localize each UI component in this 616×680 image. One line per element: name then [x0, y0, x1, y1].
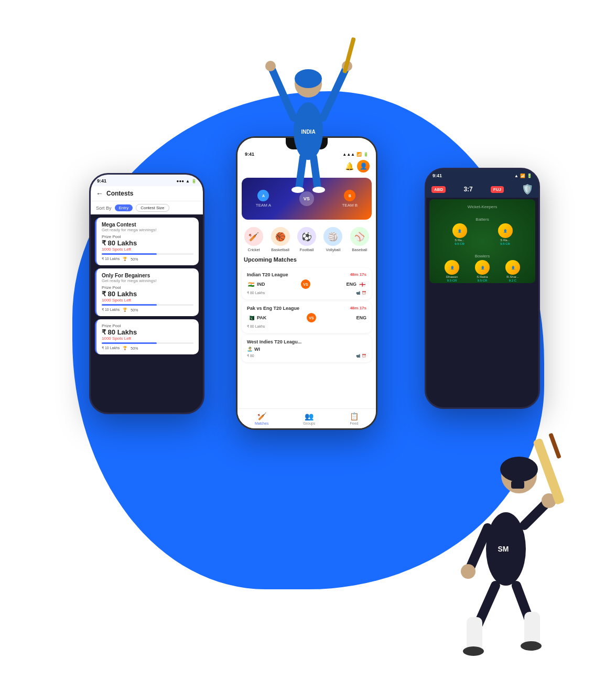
contest-card-1[interactable]: Mega Contest Get ready for mega winnings… [95, 218, 199, 265]
right-header: ABD 3:7 FUJ 🛡️ [426, 181, 538, 198]
center-player-figure: INDIA [256, 16, 361, 194]
teams-row-1: 🇮🇳 IND VS ENG 🏴󠁧󠁢󠁥󠁮󠁧󠁿 [247, 279, 366, 289]
spots-left-2: 1000 Spots Left [102, 298, 193, 303]
batter-1: 👤 S Ra... 9.5 CR [452, 223, 467, 245]
baseball-icon: ⚾ [350, 227, 369, 246]
sort-row: Sort By Entry Contest Size [91, 201, 203, 214]
bowler-2: 👤 S Raina 9.5 CR [475, 260, 490, 282]
bowler-1: 👤 Dhawan 9.5 CR [445, 260, 459, 282]
phone-left: 9:41 ●●● ▲ 🔋 ← Contests Sort By Entry Co… [89, 173, 204, 414]
phone-right: 9:41 ▲ 📶 🔋 ABD 3:7 FUJ 🛡️ Wicket-Keepers… [425, 168, 540, 409]
bowler-2-avatar: 👤 [475, 260, 490, 275]
svg-line-9 [314, 157, 318, 189]
bowlers-section: Bowlers 👤 Dhawan 9.5 CR 👤 S Raina 9.5 CR… [433, 252, 532, 286]
entry-sort-button[interactable]: Entry [115, 204, 133, 211]
contest-sub-2: Get ready for mega winnings! [102, 278, 193, 283]
eng-flag: 🏴󠁧󠁢󠁥󠁮󠁧󠁿 [358, 280, 366, 288]
svg-point-5 [265, 61, 276, 71]
svg-line-3 [272, 68, 294, 118]
team1-flag-2: 🇵🇰 PAK [247, 314, 266, 322]
contest-size-sort-button[interactable]: Contest Size [136, 204, 169, 212]
nav-feed[interactable]: 📋 Feed [350, 412, 359, 425]
team1-badge: ABD [431, 186, 446, 193]
contest-footer-1: ₹ 10 Lakhs 🏆 50% [102, 257, 193, 261]
svg-point-15 [500, 457, 538, 482]
match-row-2[interactable]: Pak vs Eng T20 League 48m 17s 🇵🇰 PAK VS … [242, 301, 372, 333]
team-b-label: TEAM B [342, 203, 358, 208]
svg-point-28 [521, 641, 542, 651]
entry-fee-3: ₹ 10 Lakhs [102, 346, 120, 350]
svg-rect-26 [524, 612, 540, 646]
football-icon: ⚽ [297, 227, 316, 246]
prize-amount-1: ₹ 80 Lakhs [102, 239, 193, 247]
svg-rect-16 [511, 481, 524, 489]
bowler-3-pts: 9.2 C [509, 279, 516, 282]
svg-point-2 [295, 69, 322, 88]
contest-footer-2: ₹ 10 Lakhs 🏆 50% [102, 308, 193, 312]
prize-amount-3: ₹ 80 Lakhs [102, 328, 193, 336]
match-row-1[interactable]: Indian T20 League 48m 17s 🇮🇳 IND VS ENG … [242, 268, 372, 299]
left-time: 9:41 [97, 178, 106, 184]
svg-point-22 [461, 564, 475, 579]
bowler-1-name: Dhawan [446, 275, 458, 278]
entry-fee-2: ₹ 10 Lakhs [102, 308, 120, 312]
cricket-label: Cricket [248, 247, 260, 252]
sport-baseball[interactable]: ⚾ Baseball [350, 227, 369, 252]
team-a-label: TEAM A [256, 203, 271, 208]
contest-footer-3: ₹ 10 Lakhs 🏆 50% [102, 346, 193, 350]
center-time: 9:41 [245, 152, 254, 157]
svg-text:INDIA: INDIA [301, 129, 315, 135]
contest-title-1: Mega Contest [102, 222, 193, 228]
entry-fee-1: ₹ 10 Lakhs [102, 257, 120, 261]
match-bottom-1: ₹ 80 Lakhs 📹 ⏰ [247, 291, 366, 295]
svg-line-17 [469, 528, 488, 570]
match-bottom-3: ₹ 80 📹 ⏰ [247, 354, 366, 358]
right-status-icons: ▲ 📶 🔋 [514, 174, 532, 178]
sport-cricket[interactable]: 🏏 Cricket [244, 227, 263, 252]
india-player-svg: INDIA [261, 26, 355, 194]
batters-section: Batters 👤 S Ra... 9.5 CR 👤 S Ra... 9.5 C… [433, 215, 532, 250]
left-status-bar: 9:41 ●●● ▲ 🔋 [91, 175, 203, 186]
bowlers-row: 👤 Dhawan 9.5 CR 👤 S Raina 9.5 CR 👤 R.Sha… [437, 260, 528, 282]
batters-label: Batters [437, 217, 528, 222]
vs-icon-2: VS [307, 313, 316, 322]
teams-row-2: 🇵🇰 PAK VS ENG [247, 313, 366, 322]
team1-name-2: PAK [257, 315, 266, 320]
groups-nav-icon: 👥 [305, 412, 314, 420]
match-timer-1: 48m 17s [350, 272, 366, 277]
prize-1: ₹ 80 Lakhs [247, 291, 265, 295]
match-timer-2: 48m 17s [350, 306, 366, 311]
right-status-bar: 9:41 ▲ 📶 🔋 [426, 169, 538, 181]
nav-feed-label: Feed [350, 422, 359, 425]
contest-sub-1: Get ready for mega winnings! [102, 228, 193, 232]
contest-card-3[interactable]: Prize Pool ₹ 80 Lakhs 1000 Spots Left ₹ … [95, 319, 199, 354]
percentage-1: 50% [131, 257, 138, 261]
wicket-keepers-label: Wicket-Keepers [437, 204, 528, 209]
nav-groups-label: Groups [303, 422, 315, 425]
team2-name-2: ENG [356, 315, 366, 320]
team-shield-icon: 🛡️ [522, 184, 533, 195]
back-icon[interactable]: ← [96, 189, 103, 198]
match-row-3[interactable]: West Indies T20 Leagu... 🏝️ WI ₹ 80 📹 ⏰ [242, 335, 372, 362]
team2-badge: FUJ [491, 186, 504, 193]
batters-row: 👤 S Ra... 9.5 CR 👤 S Ra... 9.5 CR [437, 223, 528, 245]
bowler-1-pts: 9.5 CR [447, 279, 457, 282]
sort-label: Sort By [96, 206, 112, 211]
contest-card-2[interactable]: Only For Begainers Get ready for mega wi… [95, 268, 199, 316]
nav-matches-label: Matches [255, 422, 268, 425]
feed-nav-icon: 📋 [350, 412, 359, 420]
scotland-player-svg: SM [438, 407, 585, 659]
sport-volleyball[interactable]: 🏐 Vollyball [323, 227, 342, 252]
sport-basketball[interactable]: 🏀 Basketball [271, 227, 290, 252]
league-name-1: Indian T20 League [247, 272, 288, 277]
nav-matches[interactable]: 🏏 Matches [255, 412, 268, 425]
sport-football[interactable]: ⚽ Football [297, 227, 316, 252]
svg-point-11 [312, 187, 325, 193]
prize-label-2: Prize Pool [102, 285, 193, 290]
match-icons-1: 📹 ⏰ [356, 291, 366, 295]
batter-1-name: S Ra... [455, 239, 464, 242]
nav-groups[interactable]: 👥 Groups [303, 412, 315, 425]
basketball-icon: 🏀 [271, 227, 290, 246]
match-league-row-1: Indian T20 League 48m 17s [247, 272, 366, 277]
wicket-keepers-section: Wicket-Keepers [433, 202, 532, 213]
